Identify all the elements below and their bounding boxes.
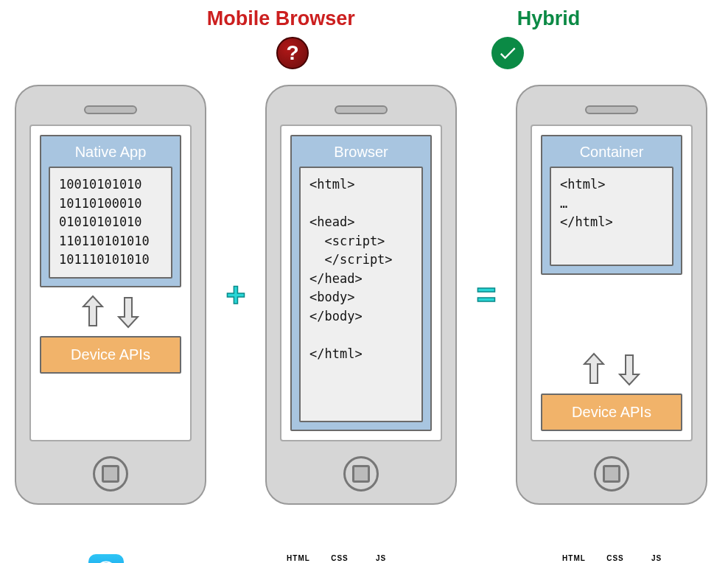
js-shield-icon: JS 5 [638,554,675,563]
phone-speaker-icon [84,105,137,114]
browser-panel: Browser <html> <head> <script> </script>… [290,135,432,431]
css3-shield-icon: CSS 3 [321,554,358,563]
panel-title: Native App [49,144,172,161]
phone-browser: Browser <html> <head> <script> </script>… [265,85,457,505]
checkmark-badge-icon [491,37,524,69]
phone-native: Native App 10010101010 10110100010 01010… [15,85,206,505]
arrows-row [40,295,181,329]
arrows-row [541,352,682,386]
arrow-down-icon [117,295,139,329]
css3-shield-icon: CSS 3 [597,554,634,563]
svg-marker-1 [119,298,138,327]
svg-marker-0 [83,296,102,326]
phone-hybrid: Container <html> … </html> Device APIs [516,85,707,505]
phones-row: Native App 10010101010 10110100010 01010… [15,85,707,505]
phone-screen: Browser <html> <head> <script> </script>… [280,125,442,441]
phone-speaker-icon [585,105,638,114]
device-apis-box: Device APIs [541,394,682,431]
question-badge-icon: ? [276,37,309,69]
app-store-icon [88,554,124,563]
tech-group-browser: HTML 5 CSS 3 JS 5 [280,554,399,563]
home-button-icon [93,456,128,492]
js-shield-icon: JS 5 [363,554,399,563]
native-app-panel: Native App 10010101010 10110100010 01010… [40,135,181,287]
panel-title: Container [550,144,673,161]
browser-code: <html> <head> <script> </script> </head>… [299,167,423,422]
svg-marker-3 [620,355,639,385]
html5-shield-icon: HTML 5 [280,554,317,563]
panel-title: Browser [299,144,423,161]
phone-screen: Native App 10010101010 10110100010 01010… [29,125,192,441]
equals-operator: = [472,275,501,315]
plus-operator: + [221,275,251,315]
svg-marker-2 [584,354,603,383]
tech-group-native [88,554,124,563]
phone-speaker-icon [335,105,388,114]
phone-screen: Container <html> … </html> Device APIs [531,125,693,441]
arrow-up-icon [583,352,605,386]
tech-group-hybrid: HTML 5 CSS 3 JS 5 [516,554,675,563]
device-apis-box: Device APIs [40,336,181,374]
native-code: 10010101010 10110100010 01010101010 1101… [49,167,172,279]
arrow-up-icon [82,295,104,329]
title-mobile-browser: Mobile Browser [207,7,355,30]
html5-shield-icon: HTML 5 [556,554,592,563]
container-panel: Container <html> … </html> [541,135,682,275]
title-hybrid: Hybrid [517,7,581,30]
home-button-icon [343,456,379,492]
hybrid-code: <html> … </html> [550,167,673,266]
arrow-down-icon [618,352,640,386]
home-button-icon [594,456,629,492]
